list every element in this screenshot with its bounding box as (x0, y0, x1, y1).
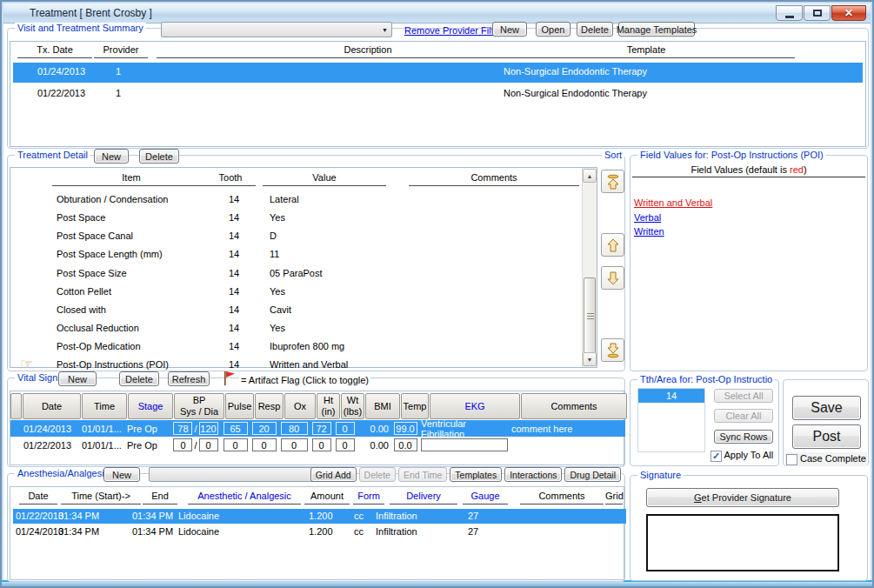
wt-field[interactable]: 0 (336, 438, 355, 451)
detail-col-item: Item (52, 172, 210, 186)
resp-field[interactable]: 20 (252, 422, 277, 435)
drug-detail-button[interactable]: Drug Detail (564, 467, 621, 482)
summary-new-button[interactable]: New (492, 22, 527, 37)
treatment-detail-row[interactable]: Post Space Size 14 05 ParaPost (13, 266, 580, 283)
vitals-col-stage[interactable]: Stage (128, 393, 173, 419)
sort-move-up-button[interactable] (601, 233, 624, 257)
ht-field[interactable]: 72 (312, 422, 331, 435)
anes-col-delivery[interactable]: Delivery (390, 491, 457, 504)
treatment-detail-row[interactable]: Closed with 14 Cavit (13, 303, 580, 319)
clear-all-button[interactable]: Clear All (714, 409, 773, 423)
post-button[interactable]: Post (792, 424, 861, 449)
vitals-row-end-strip (616, 437, 624, 453)
scrollbar-thumb[interactable] (584, 277, 596, 354)
treatment-detail-row[interactable]: Occlusal Reduction 14 Yes (13, 321, 580, 337)
templates-button[interactable]: Templates (450, 467, 502, 482)
pointer-hand-icon: ☞ (20, 355, 33, 373)
resp-field[interactable]: 0 (252, 438, 277, 451)
anes-col-form[interactable]: Form (353, 491, 384, 504)
wt-field[interactable]: 0 (336, 422, 355, 435)
summary-delete-button[interactable]: Delete (577, 22, 613, 37)
ht-field[interactable]: 0 (312, 438, 331, 451)
ekg-field[interactable] (421, 438, 508, 451)
vitals-bp-cell: 78 / 120 (170, 420, 221, 437)
vitals-delete-button[interactable]: Delete (119, 371, 159, 386)
scroll-down-arrow[interactable]: ▼ (583, 352, 597, 366)
bp-sys-field[interactable]: 78 (173, 422, 192, 435)
titlebar[interactable]: Treatment [ Brent Crosby ] ✕ (3, 3, 871, 23)
bmi-value: 0.00 (357, 437, 391, 453)
temp-field[interactable]: 0.0 (394, 438, 417, 451)
anesthesia-delete-button[interactable]: Delete (359, 467, 396, 482)
bp-dia-field[interactable]: 0 (199, 438, 218, 451)
summary-open-button[interactable]: Open (536, 22, 570, 37)
field-value-option[interactable]: Written and Verbal (634, 197, 712, 208)
ekg-value[interactable]: Ventricular Fibrillation (419, 420, 510, 437)
detail-new-button[interactable]: New (94, 149, 129, 164)
detail-item: Closed with (57, 304, 106, 315)
sort-move-down-button[interactable] (601, 266, 624, 290)
sort-move-top-button[interactable] (601, 170, 624, 193)
bp-dia-field[interactable]: 120 (199, 422, 218, 435)
detail-delete-button[interactable]: Delete (139, 149, 179, 164)
tooth-list-item[interactable]: 14 (638, 389, 704, 403)
anesthesia-row[interactable]: 01/22/2013 01:34 PM 01:34 PM Lidocaine 1… (13, 509, 626, 524)
bp-sys-field[interactable]: 0 (173, 438, 192, 451)
scroll-up-arrow[interactable]: ▲ (583, 169, 597, 183)
summary-row[interactable]: 01/22/2013 1 Non-Surgical Endodontic The… (13, 84, 863, 104)
detail-scrollbar[interactable]: ▲ ▼ (582, 168, 597, 367)
grid-add-button[interactable]: Grid Add (310, 467, 357, 482)
treatment-detail-row[interactable]: Obturation / Condensation 14 Lateral (13, 192, 580, 209)
vitals-new-button[interactable]: New (58, 371, 97, 386)
summary-template-dropdown[interactable]: ▼ (161, 22, 392, 37)
sync-rows-button[interactable]: Sync Rows (714, 430, 773, 444)
summary-row[interactable]: 01/24/2013 1 Non-Surgical Endodontic The… (13, 63, 863, 83)
interactions-button[interactable]: Interactions (504, 467, 562, 482)
ox-field[interactable]: 80 (281, 422, 308, 435)
minimize-button[interactable] (776, 5, 803, 21)
anes-col-gauge[interactable]: Gauge (463, 491, 508, 504)
anes-date: 01/22/2013 (16, 511, 63, 521)
detail-item: Post-Op Medication (57, 341, 141, 351)
save-button[interactable]: Save (792, 396, 861, 420)
anes-col-grid: Grid (605, 491, 623, 504)
save-post-group: Save Post Case Complete (783, 379, 869, 466)
treatment-detail-row[interactable]: Post Space Length (mm) 14 11 (13, 247, 580, 264)
anes-amount: 1.200 (309, 511, 333, 521)
apply-to-all-checkbox[interactable]: ✓ Apply To All (711, 450, 773, 462)
ox-field[interactable]: 0 (281, 438, 308, 451)
vital-signs-row[interactable]: 01/22/2013 01/01/1... Pre Op 0 / 0 0 0 0… (10, 437, 625, 453)
field-value-option[interactable]: Verbal (634, 212, 661, 223)
sort-move-bottom-button[interactable] (601, 338, 624, 362)
close-button[interactable]: ✕ (831, 5, 866, 21)
treatment-detail-row[interactable]: Post-Op Medication 14 Ibuprofen 800 mg (13, 339, 580, 356)
anesthesia-new-button[interactable]: New (103, 467, 140, 482)
treatment-detail-row[interactable]: Post Space 14 Yes (13, 210, 580, 227)
get-provider-signature-button[interactable]: Get Provider Signature (646, 488, 839, 507)
vitals-col-ekg[interactable]: EKG (430, 393, 520, 419)
treatment-detail-row[interactable]: ☞ Post-Op Instructions (POI) 14 Written … (13, 357, 580, 374)
apply-to-all-checkbox-box[interactable]: ✓ (711, 451, 722, 462)
select-all-button[interactable]: Select All (714, 389, 773, 403)
temp-field[interactable]: 99.0 (394, 422, 417, 435)
case-complete-checkbox[interactable]: Case Complete (785, 452, 867, 466)
case-complete-checkbox-box[interactable] (786, 454, 797, 465)
anes-col-drug[interactable]: Anesthetic / Analgesic (188, 491, 301, 504)
treatment-detail-row[interactable]: Cotton Pellet 14 Yes (13, 284, 580, 301)
anesthesia-dropdown[interactable]: ▼ (149, 467, 323, 482)
maximize-button[interactable] (804, 5, 831, 21)
pulse-field[interactable]: 65 (224, 422, 248, 435)
treatment-detail-row[interactable]: Post Space Canal 14 D (13, 229, 580, 245)
manage-templates-button[interactable]: Manage Templates (618, 22, 695, 37)
pulse-field[interactable]: 0 (224, 438, 248, 451)
vitals-col-gutter (10, 393, 22, 419)
end-time-button[interactable]: End Time (398, 467, 447, 482)
detail-value: Ibuprofen 800 mg (270, 341, 344, 351)
vital-signs-row[interactable]: 01/24/2013 01/01/1... Pre Op 78 / 120 65… (10, 420, 625, 437)
remove-provider-filter-link[interactable]: Remove Provider Filter (404, 25, 502, 36)
summary-table: Tx. Date Provider Description Template 0… (10, 41, 866, 147)
vitals-refresh-button[interactable]: Refresh (168, 371, 210, 386)
field-value-option[interactable]: Written (634, 226, 664, 237)
anesthesia-row[interactable]: 01/24/2013 01:34 PM 01:34 PM Lidocaine 1… (13, 525, 626, 539)
bp-separator: / (194, 424, 197, 434)
